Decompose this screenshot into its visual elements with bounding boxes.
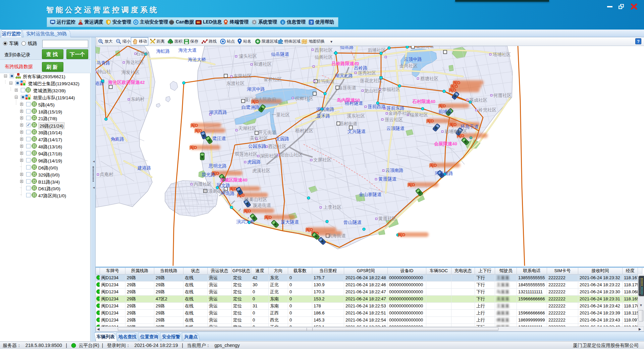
svg-text:闽D: 闽D bbox=[191, 123, 198, 128]
svg-text:同文路: 同文路 bbox=[217, 183, 230, 188]
svg-text:港路: 港路 bbox=[96, 81, 104, 86]
svg-text:闽D: 闽D bbox=[429, 163, 437, 168]
svg-text:阳台山社区: 阳台山社区 bbox=[280, 152, 303, 157]
svg-text:双莲池社区: 双莲池社区 bbox=[235, 152, 258, 157]
svg-text:厦门市人民政府: 厦门市人民政府 bbox=[245, 97, 276, 102]
svg-text:深田社区: 深田社区 bbox=[260, 153, 278, 158]
svg-text:马青路: 马青路 bbox=[97, 60, 110, 65]
svg-text:金鸡亭社区: 金鸡亭社区 bbox=[388, 111, 411, 116]
svg-text:何厝社区: 何厝社区 bbox=[493, 93, 512, 98]
svg-text:建港路: 建港路 bbox=[137, 165, 151, 170]
svg-text:岛内限速50: 岛内限速50 bbox=[337, 98, 360, 103]
svg-text:天湖社区: 天湖社区 bbox=[238, 126, 256, 131]
svg-text:鹭江道: 鹭江道 bbox=[212, 136, 226, 141]
svg-text:闽D: 闽D bbox=[438, 103, 446, 108]
svg-text:金桥社区: 金桥社区 bbox=[264, 77, 282, 82]
svg-text:思明北路: 思明北路 bbox=[208, 163, 227, 168]
svg-text:钟山社: 钟山社 bbox=[97, 69, 111, 74]
svg-text:湖滨南路: 湖滨南路 bbox=[316, 107, 334, 112]
svg-text:龙山社区: 龙山社区 bbox=[364, 88, 382, 93]
svg-text:虎溪社区: 虎溪社区 bbox=[252, 168, 270, 173]
svg-text:濠头社区: 濠头社区 bbox=[239, 54, 257, 59]
svg-text:闽D: 闽D bbox=[264, 215, 272, 220]
svg-text:开元街道: 开元街道 bbox=[258, 130, 276, 135]
svg-text:仙岳路: 仙岳路 bbox=[340, 46, 354, 50]
svg-text:莲前西路: 莲前西路 bbox=[368, 104, 386, 109]
svg-text:黄厝隧道: 黄厝隧道 bbox=[378, 177, 396, 182]
svg-text:溪东社区: 溪东社区 bbox=[347, 113, 365, 118]
svg-text:i: i bbox=[282, 20, 283, 24]
svg-text:公园东路: 公园东路 bbox=[248, 144, 266, 149]
svg-text:石塘村: 石塘村 bbox=[136, 51, 150, 56]
svg-text:角嵩路: 角嵩路 bbox=[111, 137, 124, 142]
svg-text:后埔社区: 后埔社区 bbox=[368, 48, 386, 53]
svg-text:闽D: 闽D bbox=[449, 88, 456, 93]
svg-text:海沧大道: 海沧大道 bbox=[178, 48, 197, 53]
svg-text:吕岭路: 吕岭路 bbox=[354, 65, 368, 70]
svg-text:金山街道: 金山街道 bbox=[416, 46, 434, 49]
svg-text:梧村社区: 梧村社区 bbox=[295, 128, 313, 133]
svg-text:厦禾路: 厦禾路 bbox=[317, 113, 330, 118]
svg-text:莲成社区: 莲成社区 bbox=[469, 98, 487, 103]
svg-text:海发社区: 海发社区 bbox=[121, 70, 140, 75]
svg-text:梧村街道: 梧村街道 bbox=[339, 121, 357, 126]
svg-text:海虹路: 海虹路 bbox=[156, 49, 170, 54]
svg-text:莲花北社区: 莲花北社区 bbox=[360, 78, 383, 83]
svg-text:云顶隧道: 云顶隧道 bbox=[386, 126, 405, 131]
svg-text:闽D: 闽D bbox=[398, 232, 405, 237]
svg-text:贞庵村: 贞庵村 bbox=[100, 172, 113, 177]
svg-text:闽D: 闽D bbox=[426, 118, 434, 123]
svg-text:闽D: 闽D bbox=[244, 208, 251, 213]
svg-text:演武大桥: 演武大桥 bbox=[236, 219, 255, 224]
svg-text:塔埔社区: 塔埔社区 bbox=[492, 52, 511, 57]
svg-text:西郭社区: 西郭社区 bbox=[315, 48, 333, 53]
svg-text:会展限速40: 会展限速40 bbox=[434, 141, 457, 146]
svg-text:一里社区: 一里社区 bbox=[272, 112, 290, 117]
svg-text:内厝社区: 内厝社区 bbox=[194, 182, 212, 187]
svg-text:环岛南路: 环岛南路 bbox=[435, 171, 453, 176]
svg-text:厦大隧道: 厦大隧道 bbox=[281, 219, 299, 225]
svg-text:环岛干道: 环岛干道 bbox=[460, 124, 479, 129]
svg-text:瑞景社区: 瑞景社区 bbox=[410, 112, 428, 117]
svg-text:黄厝社区: 黄厝社区 bbox=[378, 216, 396, 221]
svg-text:海沧区政府限速42: 海沧区政府限速42 bbox=[108, 80, 145, 85]
svg-text:虎园路: 虎园路 bbox=[247, 159, 261, 164]
svg-text:仙岳隧道: 仙岳隧道 bbox=[271, 52, 289, 57]
svg-text:文兴隧道: 文兴隧道 bbox=[347, 129, 366, 134]
svg-text:岭兜社区: 岭兜社区 bbox=[478, 107, 496, 112]
svg-text:筼筜街道: 筼筜街道 bbox=[316, 79, 334, 84]
svg-text:槟榔社区: 槟榔社区 bbox=[295, 96, 313, 101]
svg-text:西边社区: 西边社区 bbox=[268, 144, 286, 149]
svg-text:金山寨隧道: 金山寨隧道 bbox=[359, 192, 382, 197]
svg-text:云顶南路: 云顶南路 bbox=[385, 168, 404, 173]
svg-text:美仁社区: 美仁社区 bbox=[250, 136, 268, 141]
svg-text:闽D: 闽D bbox=[408, 182, 415, 187]
svg-text:老城区限速40: 老城区限速40 bbox=[219, 178, 248, 183]
svg-text:?: ? bbox=[310, 20, 312, 24]
svg-text:海沧大桥: 海沧大桥 bbox=[188, 57, 206, 62]
svg-text:前埔路: 前埔路 bbox=[438, 109, 452, 114]
svg-text:云顶中路: 云顶中路 bbox=[404, 57, 422, 62]
svg-text:湖滨中路: 湖滨中路 bbox=[247, 87, 265, 92]
svg-text:环岛路: 环岛路 bbox=[221, 191, 235, 196]
svg-text:东渡社区: 东渡社区 bbox=[226, 81, 245, 86]
svg-text:仙阁社区: 仙阁社区 bbox=[314, 55, 333, 60]
svg-text:海达社区: 海达社区 bbox=[126, 60, 144, 65]
svg-text:上李社区: 上李社区 bbox=[323, 205, 341, 210]
svg-text:东荣社区: 东荣社区 bbox=[233, 73, 252, 79]
svg-text:文屏社区: 文屏社区 bbox=[313, 157, 331, 162]
svg-text:晨光路: 晨光路 bbox=[202, 172, 215, 177]
svg-text:石村限速40: 石村限速40 bbox=[412, 99, 435, 104]
svg-text:厦港街道: 厦港街道 bbox=[253, 203, 271, 208]
svg-text:闽D: 闽D bbox=[449, 122, 457, 127]
svg-text:文园路: 文园路 bbox=[276, 136, 289, 141]
svg-text:东屿村: 东屿村 bbox=[131, 97, 145, 102]
svg-text:莲秀社区: 莲秀社区 bbox=[358, 70, 376, 76]
svg-text:吕岭路限速40: 吕岭路限速40 bbox=[331, 61, 359, 66]
svg-text:莲前东路: 莲前东路 bbox=[386, 106, 405, 111]
svg-text:蜂巢山社区: 蜂巢山社区 bbox=[245, 197, 267, 202]
svg-text:前埔南社区: 前埔南社区 bbox=[444, 129, 467, 134]
svg-text:和通社区: 和通社区 bbox=[254, 62, 272, 67]
svg-text:闽D: 闽D bbox=[190, 145, 197, 150]
svg-text:湖滨西路: 湖滨西路 bbox=[209, 110, 227, 115]
